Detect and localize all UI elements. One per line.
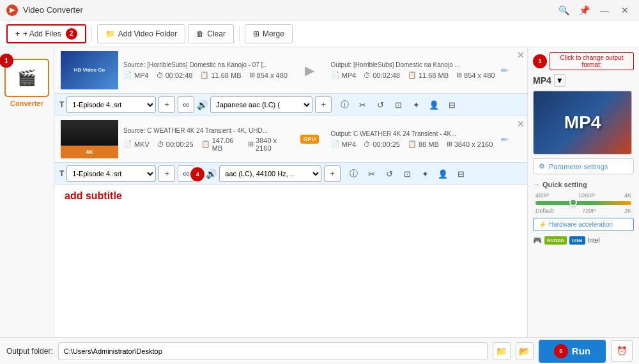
merge-button[interactable]: ⊞ Merge: [245, 24, 293, 43]
parameter-settings-button[interactable]: ⚙ Parameter settings: [533, 158, 634, 174]
add-audio-btn-1[interactable]: +: [315, 96, 332, 113]
content-area: HD Video Co Source: [HorribleSubs] Domes…: [54, 47, 527, 337]
file-info-source-1: Source: [HorribleSubs] Domestic na Kanoj…: [123, 61, 289, 79]
output-format-2: 📄 MP4: [331, 140, 357, 148]
cc-subtitle-btn-1[interactable]: cc: [178, 96, 194, 113]
add-files-button[interactable]: + + Add Files 2: [6, 24, 86, 43]
open-folder-button[interactable]: 📂: [516, 342, 534, 360]
run-button[interactable]: 5 Run: [539, 340, 606, 363]
add-subtitle-btn-1[interactable]: +: [158, 96, 175, 113]
file-info-output-1: Output: [HorribleSubs] Domestic na Kanoj…: [331, 61, 497, 79]
source-format-2: 📄 MKV: [123, 137, 150, 152]
format-thumbnail: MP4: [533, 91, 632, 155]
close-button[interactable]: ✕: [617, 3, 633, 18]
change-format-label[interactable]: Click to change output format:: [550, 52, 634, 70]
output-label-2: Output: C WEATHER 4K 24 Transient - 4K..…: [331, 130, 457, 137]
info-icon-2[interactable]: ⓘ: [346, 166, 361, 181]
arrow-right-icon: ▶: [305, 63, 314, 78]
source-duration-2: ⏱ 00:00:25: [157, 137, 194, 152]
app-title: Video Converter: [23, 5, 83, 15]
subtitle-select-2[interactable]: 1-Episode 4..srt: [66, 165, 156, 182]
slider-thumb[interactable]: [569, 199, 577, 206]
crop-icon-1[interactable]: ⊡: [390, 97, 406, 112]
effect-icon-1[interactable]: ✦: [408, 97, 424, 112]
rotate-icon-2[interactable]: ↺: [381, 166, 397, 181]
audio-select-1[interactable]: Japanese aac (LC) (: [210, 96, 312, 113]
subtitle-select-1[interactable]: 1-Episode 4..srt: [66, 96, 156, 113]
add-subtitle-btn-2[interactable]: +: [158, 165, 175, 182]
browse-folder-button[interactable]: 📁: [493, 342, 511, 360]
source-dimensions-2: ⊞ 3840 x 2160: [248, 137, 288, 152]
nvidia-logo: NVIDIA: [544, 236, 567, 245]
badge-4: 4: [190, 167, 204, 181]
left-sidebar: 1 🎬 Converter: [0, 47, 54, 337]
file-size-icon: 📋: [200, 71, 209, 79]
output-size-1: 📋 11.68 MB: [408, 71, 449, 79]
out-format-icon: 📄: [331, 71, 340, 79]
audio-icon: 🔊: [197, 100, 208, 110]
source-format-1: 📄 MP4: [123, 71, 149, 79]
search-icon[interactable]: 🔍: [556, 3, 571, 18]
file-thumbnail-1: HD Video Co: [61, 51, 118, 89]
toolbar-divider-2: [239, 26, 240, 42]
effect-icon-2[interactable]: ✦: [417, 166, 433, 181]
output-path-input[interactable]: [58, 342, 488, 360]
file-item-2: 4K Source: C WEATHER 4K 24 Transient - 4…: [54, 116, 527, 185]
badge-2: 2: [66, 28, 77, 40]
format-icon-2: 📄: [123, 140, 132, 148]
gpu-badges: 🎮 NVIDIA Intel Intel: [533, 236, 634, 245]
converter-label: Converter: [10, 100, 43, 107]
folder-icon: 📁: [105, 29, 115, 38]
rotate-icon-1[interactable]: ↺: [373, 97, 388, 112]
dimensions-icon-2: ⊞: [248, 140, 254, 148]
subtitle-icon-2[interactable]: ⊟: [453, 166, 468, 181]
info-icon-1[interactable]: ⓘ: [337, 97, 352, 112]
source-dimensions-1: ⊞ 854 x 480: [249, 71, 288, 79]
file-info-source-2: Source: C WEATHER 4K 24 Transient - 4K, …: [123, 127, 289, 152]
arrow-right-small-icon: →: [533, 181, 540, 188]
person-icon-1[interactable]: 👤: [426, 97, 442, 112]
scissors-icon-1[interactable]: ✂: [355, 97, 370, 112]
subtitle-t-icon-2: T: [59, 169, 64, 178]
schedule-button[interactable]: ⏰: [611, 340, 633, 362]
subtitle-icon-1[interactable]: ⊟: [444, 97, 459, 112]
audio-select-2[interactable]: aac (LC), 44100 Hz, ..: [219, 165, 321, 182]
crop-icon-2[interactable]: ⊡: [399, 166, 415, 181]
output-dimensions-1: ⊞ 854 x 480: [456, 71, 495, 79]
add-audio-btn-2[interactable]: +: [324, 165, 341, 182]
action-icons-2: ⓘ ✂ ↺ ⊡ ✦ 👤 ⊟: [346, 166, 468, 181]
file-thumbnail-2: 4K: [61, 120, 118, 158]
hardware-acceleration-button[interactable]: ⚡ Hardware acceleration: [533, 218, 634, 231]
person-icon-2[interactable]: 👤: [435, 166, 450, 181]
format-dropdown[interactable]: ▼: [554, 74, 566, 87]
edit-button-1[interactable]: ✏: [501, 66, 508, 75]
slider-track[interactable]: [535, 201, 631, 205]
output-format-1: 📄 MP4: [331, 71, 357, 79]
scissors-icon-2[interactable]: ✂: [364, 166, 379, 181]
thumb-bottom: 4K: [61, 146, 118, 158]
clock-icon: ⏱: [157, 72, 164, 79]
close-file-2[interactable]: ✕: [517, 119, 525, 129]
out-size-icon: 📋: [408, 71, 417, 79]
hw-icon: ⚡: [539, 221, 546, 228]
toolbar-divider-1: [91, 26, 92, 42]
bottom-bar: Output folder: 📁 📂 5 Run ⏰: [0, 337, 639, 364]
intel-text: Intel: [588, 237, 600, 244]
clear-button[interactable]: 🗑 Clear: [188, 24, 234, 43]
add-subtitle-hint: add subtitle: [54, 185, 527, 207]
source-duration-1: ⏱ 00:02:48: [157, 71, 193, 79]
app-logo: ▶: [6, 4, 18, 16]
edit-button-2[interactable]: ✏: [501, 135, 508, 144]
convert-arrow-2: GPU: [294, 135, 326, 144]
quality-slider: 480P 1080P 4K Default 720P 2K: [533, 192, 634, 214]
minimize-button[interactable]: —: [597, 3, 612, 18]
file-info-output-2: Output: C WEATHER 4K 24 Transient - 4K..…: [331, 130, 497, 148]
convert-arrow-1: ▶: [294, 63, 326, 78]
settings-icon: ⚙: [539, 162, 545, 171]
window-controls: 🔍 📌 — ✕: [556, 3, 633, 18]
quick-setting-header: → Quick setting: [533, 181, 634, 188]
pin-icon[interactable]: 📌: [576, 3, 592, 18]
close-file-1[interactable]: ✕: [517, 50, 525, 60]
thumb-top: [61, 120, 118, 146]
add-video-folder-button[interactable]: 📁 Add Video Folder: [97, 24, 186, 43]
